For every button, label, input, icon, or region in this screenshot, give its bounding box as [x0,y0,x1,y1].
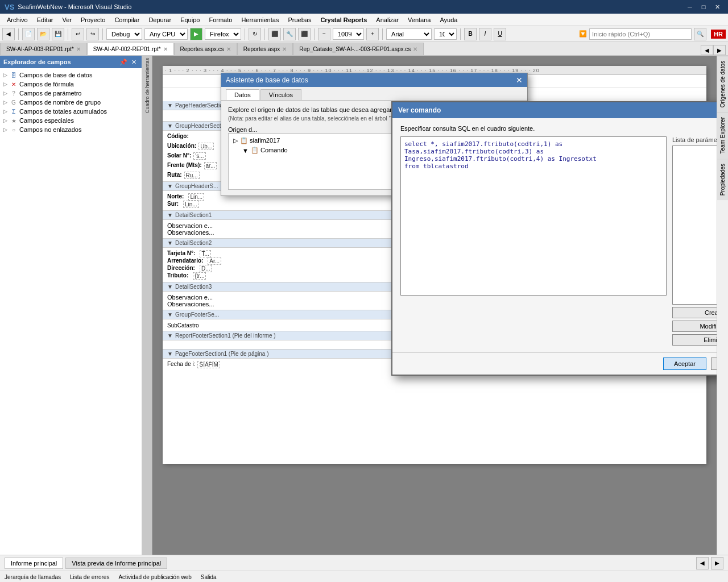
tree-item-db-fields[interactable]: ▷ 🗄 Campos de base de datos [0,70,142,80]
menu-proyecto[interactable]: Proyecto [76,15,110,24]
bottom-nav-left[interactable]: ◀ [696,557,709,569]
collapse-detail-2[interactable]: ▼ [167,240,173,246]
side-tab-origenes[interactable]: Orígenes de datos [717,56,728,112]
tab-4-close[interactable]: ✕ [413,46,417,52]
tree-toggle-special[interactable]: ▷ [2,118,8,123]
vert-cuadro[interactable]: Cuadro de herramientas [143,57,151,114]
tab-3-close[interactable]: ✕ [282,46,287,52]
modificar-button[interactable]: Modificar... [672,321,717,332]
collapse-group-footer[interactable]: ▼ [167,311,173,318]
bold-button[interactable]: B [464,28,477,40]
menu-ayuda[interactable]: Ayuda [435,15,462,24]
collapse-report-footer[interactable]: ▼ [167,332,173,339]
menu-compilar[interactable]: Compilar [110,15,144,24]
debug-config-select[interactable]: Debug [106,28,142,40]
minimize-button[interactable]: ─ [684,2,696,12]
tab-2[interactable]: Reportes.aspx.cs ✕ [174,43,237,55]
menu-formato[interactable]: Formato [204,15,237,24]
jerarquia-tab[interactable]: Jerarquía de llamadas [5,574,61,580]
toolbar-btn-2[interactable]: 🔧 [283,28,296,40]
tree-item-formula[interactable]: ▷ ✕ Campos de fórmula [0,80,142,89]
ver-sql-textarea[interactable]: select *, siafim2017.ftributo(codtri,1) … [400,136,667,296]
tree-toggle-db[interactable]: ▷ [2,72,8,78]
start-button[interactable]: ▶ [190,28,202,40]
menu-archivo[interactable]: Archivo [2,15,32,24]
collapse-detail-3[interactable]: ▼ [167,284,173,290]
menu-crystal-reports[interactable]: Crystal Reports [316,15,371,24]
tree-toggle-unlinked[interactable]: ▷ [2,127,8,132]
maximize-button[interactable]: □ [697,2,710,12]
menu-depurar[interactable]: Depurar [144,15,176,24]
toolbar-btn-1[interactable]: ⬛ [268,28,281,40]
refresh-button[interactable]: ↻ [249,28,261,40]
bottom-tab-vista-previa[interactable]: Vista previa de Informe principal [65,558,167,569]
tab-1-close[interactable]: ✕ [163,46,168,52]
crear-button[interactable]: Crear... [672,307,717,318]
tab-nav-right[interactable]: ▶ [713,45,726,55]
tab-0-close[interactable]: ✕ [76,46,81,52]
lista-errores-tab[interactable]: Lista de errores [70,574,109,580]
menu-analizar[interactable]: Analizar [371,15,403,24]
menu-ver[interactable]: Ver [57,15,76,24]
undo-button[interactable]: ↩ [72,28,84,40]
italic-button[interactable]: I [479,28,491,40]
new-file-button[interactable]: 📄 [22,28,35,40]
cancelar-button[interactable]: Cancelar [711,357,717,370]
tree-toggle-group-name[interactable]: ▷ [2,99,8,105]
tab-4[interactable]: Rep_Catasto_SW-AI-...-003-REP01.aspx.cs … [293,43,424,55]
tree-toggle-param[interactable]: ▷ [2,90,8,96]
ver-dialog-desc: Especificar consulta SQL en el cuadro si… [400,125,717,132]
pin-button[interactable]: 📌 [119,57,128,66]
tree-item-unlinked[interactable]: ▷ ○ Campos no enlazados [0,125,142,134]
salida-tab[interactable]: Salida [201,574,217,580]
browser-select[interactable]: Firefox [205,28,241,40]
zoom-in-btn[interactable]: + [366,28,379,40]
tree-item-group-name[interactable]: ▷ G Campos de nombre de grupo [0,98,142,107]
search-button[interactable]: 🔍 [694,28,706,40]
db-dialog-close-button[interactable]: ✕ [516,76,523,85]
open-button[interactable]: 📂 [37,28,49,40]
menu-pruebas[interactable]: Pruebas [283,15,316,24]
zoom-select[interactable]: 100% [333,28,364,40]
side-tab-team[interactable]: Team Explorer [717,112,728,158]
collapse-detail-1[interactable]: ▼ [167,212,173,218]
tree-item-special[interactable]: ▷ ★ Campos especiales [0,116,142,125]
toolbar-btn-3[interactable]: ⬛ [298,28,311,40]
tree-item-totals[interactable]: ▷ Σ Campos de totales acumulados [0,107,142,116]
actividad-pub-tab[interactable]: Actividad de publicación web [118,574,191,580]
tree-toggle-totals[interactable]: ▷ [2,109,8,114]
db-tab-vinculos[interactable]: Vínculos [260,89,301,100]
menu-equipo[interactable]: Equipo [176,15,204,24]
tree-toggle-formula[interactable]: ▷ [2,81,8,87]
tab-2-close[interactable]: ✕ [226,46,231,52]
tab-nav-left[interactable]: ◀ [701,45,713,55]
menu-herramientas[interactable]: Herramientas [237,15,283,24]
bottom-nav-right[interactable]: ▶ [711,557,723,569]
collapse-page-footer[interactable]: ▼ [167,351,173,357]
back-button[interactable]: ◀ [2,28,15,40]
tab-3[interactable]: Reportes.aspx ✕ [237,43,293,55]
quick-search-input[interactable] [589,28,692,40]
menu-ventana[interactable]: Ventana [403,15,435,24]
db-tab-datos[interactable]: Datos [226,89,259,100]
zoom-out-btn[interactable]: − [318,28,330,40]
collapse-group-header-s[interactable]: ▼ [167,183,173,189]
menu-editar[interactable]: Editar [32,15,58,24]
redo-button[interactable]: ↪ [86,28,99,40]
side-tab-propiedades[interactable]: Propiedades [717,159,728,200]
close-button[interactable]: ✕ [711,2,723,12]
font-select[interactable]: Arial [386,28,432,40]
panel-close-button[interactable]: ✕ [129,57,138,66]
underline-button[interactable]: U [494,28,506,40]
bottom-tab-informe[interactable]: Informe principal [5,558,63,569]
save-button[interactable]: 💾 [52,28,64,40]
collapse-group-header-1[interactable]: ▼ [167,123,173,129]
eliminar-button[interactable]: Eliminar [672,334,717,346]
font-size-select[interactable]: 10 [434,28,457,40]
collapse-page-header[interactable]: ▼ [167,102,173,109]
tab-0[interactable]: SW-AI-AP-003-REP01.rpt* ✕ [0,43,87,55]
aceptar-button[interactable]: Aceptar [663,357,706,370]
cpu-select[interactable]: Any CPU [144,28,188,40]
tree-item-param[interactable]: ▷ ? Campos de parámetro [0,89,142,98]
tab-1[interactable]: SW-AI-AP-002-REP01.rpt* ✕ [87,43,174,55]
